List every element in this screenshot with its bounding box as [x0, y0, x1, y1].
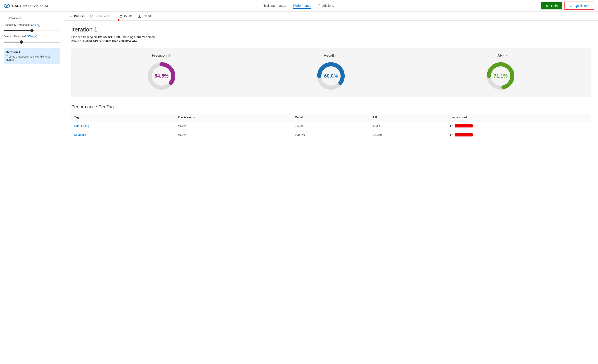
col-precision[interactable]: Precision ▲	[175, 113, 292, 121]
recall-info-icon[interactable]: i	[335, 54, 338, 57]
overlap-info-icon[interactable]: i	[34, 35, 37, 38]
probability-threshold-label: Probability Threshold: 50% i	[4, 23, 60, 27]
keyboard-image-count: 17	[447, 130, 591, 139]
col-image-count[interactable]: Image count	[447, 113, 591, 121]
svg-rect-4	[4, 17, 7, 17]
svg-rect-5	[4, 18, 7, 18]
light-fitting-bar-cell: 17	[450, 124, 588, 128]
recall-label: Recall i	[324, 54, 338, 57]
map-info-icon[interactable]: i	[504, 54, 507, 57]
probability-info-icon[interactable]: i	[37, 24, 40, 27]
toolbar-delete[interactable]: Delete	[119, 14, 133, 18]
gear-icon	[545, 4, 549, 8]
keyboard-precision: 50.0%	[175, 130, 292, 139]
iteration-card-subtitle: Trained : moments ago with General domai…	[6, 55, 58, 61]
sidebar: Iterations Probability Threshold: 50% i …	[0, 12, 64, 364]
light-fitting-precision: 66.7%	[175, 121, 292, 130]
probability-threshold-value: 50%	[30, 23, 36, 26]
tag-keyboard[interactable]: Keyboard	[71, 130, 175, 139]
map-metric: mAP i 71.1%	[485, 54, 516, 92]
svg-rect-10	[120, 16, 122, 17]
map-label: mAP i	[495, 54, 507, 57]
table-header-row: Tag Precision ▲ Recall A.P. Image count	[71, 113, 591, 121]
iteration-meta-training: Finished training on 12/06/2021, 19:03:1…	[71, 35, 591, 39]
keyboard-ap: 100.0%	[370, 130, 447, 139]
col-recall[interactable]: Recall	[292, 113, 370, 121]
nav-predictions[interactable]: Predictions	[318, 3, 334, 9]
light-fitting-ap: 42.3%	[370, 121, 447, 130]
app-logo: CAS Percept Vision AI	[4, 3, 48, 9]
checkmark-icon	[570, 4, 573, 8]
nav-performance[interactable]: Performance	[293, 3, 311, 9]
precision-info-icon[interactable]: i	[168, 54, 171, 57]
nav-training-images[interactable]: Training Images	[264, 3, 286, 9]
logo-icon	[4, 3, 10, 9]
app-title: CAS Percept Vision AI	[12, 4, 48, 8]
probability-threshold-slider[interactable]	[4, 30, 60, 31]
probability-threshold-control: Probability Threshold: 50% i	[4, 23, 60, 32]
precision-metric: Precision i 54.5%	[146, 54, 177, 92]
sort-arrow-icon: ▲	[193, 116, 196, 119]
iterations-section: Iterations	[4, 16, 60, 20]
toolbar: Publish Prediction URL Delete	[64, 12, 598, 21]
svg-rect-6	[4, 19, 7, 19]
performance-table: Tag Precision ▲ Recall A.P. Image count …	[71, 113, 591, 139]
keyboard-recall: 100.0%	[292, 130, 370, 139]
iteration-id-line: Iteration id: d87d8519-3e97-4bdf-8acb-ed…	[71, 40, 591, 43]
main-nav: Training Images Performance Predictions	[57, 3, 541, 9]
svg-point-2	[6, 5, 7, 6]
col-ap[interactable]: A.P.	[370, 113, 447, 121]
header: CAS Percept Vision AI Training Images Pe…	[0, 0, 598, 12]
recall-metric: Recall i 60.0%	[315, 54, 347, 92]
precision-label: Precision i	[152, 54, 171, 57]
content-area: Iteration 1 Finished training on 12/06/2…	[64, 21, 598, 145]
iterations-icon	[4, 16, 7, 20]
toolbar-prediction-url[interactable]: Prediction URL	[90, 14, 114, 18]
overlap-threshold-control: Overlap Threshold: 30% i	[4, 35, 60, 43]
iteration-card[interactable]: Iteration 1 Trained : moments ago with G…	[4, 48, 60, 64]
svg-point-3	[547, 5, 548, 7]
notification-dot	[118, 19, 119, 21]
performance-per-tag-title: Performance Per Tag	[71, 104, 591, 110]
light-fitting-bar	[455, 124, 473, 128]
globe-icon	[90, 15, 93, 18]
main-content: Publish Prediction URL Delete	[64, 12, 598, 364]
layout: Iterations Probability Threshold: 50% i …	[0, 12, 598, 364]
precision-value: 54.5%	[155, 73, 168, 79]
overlap-threshold-slider[interactable]	[4, 42, 60, 42]
light-fitting-recall: 33.3%	[292, 121, 370, 130]
quick-test-button[interactable]: Quick Test	[565, 1, 594, 10]
recall-donut: 60.0%	[315, 60, 347, 92]
iteration-title: Iteration 1	[71, 26, 591, 33]
precision-donut: 54.5%	[146, 60, 177, 92]
train-button[interactable]: Train	[541, 2, 562, 9]
keyboard-bar	[455, 133, 473, 137]
quick-test-button-label: Quick Test	[575, 4, 589, 8]
light-fitting-image-count: 17	[447, 121, 591, 130]
iterations-label: Iterations	[9, 16, 21, 20]
header-actions: Train Quick Test	[541, 1, 595, 10]
tag-light-fitting[interactable]: Light Fitting	[71, 121, 175, 130]
delete-icon	[119, 15, 123, 18]
iteration-card-title: Iteration 1	[6, 50, 58, 54]
col-tag[interactable]: Tag	[71, 113, 175, 121]
map-donut: 71.1%	[485, 60, 516, 92]
table-row: Light Fitting 66.7% 33.3% 42.3% 17	[71, 121, 591, 130]
toolbar-publish[interactable]: Publish	[69, 14, 85, 18]
toolbar-export[interactable]: Export	[138, 14, 151, 18]
map-value: 71.1%	[494, 73, 507, 79]
recall-value: 60.0%	[324, 73, 338, 79]
overlap-threshold-value: 30%	[27, 35, 33, 38]
table-row: Keyboard 50.0% 100.0% 100.0% 17	[71, 130, 591, 139]
export-icon	[138, 15, 141, 18]
keyboard-bar-cell: 17	[450, 133, 588, 137]
overlap-threshold-label: Overlap Threshold: 30% i	[4, 35, 60, 38]
train-button-label: Train	[551, 4, 558, 8]
metrics-card: Precision i 54.5% Recall	[71, 48, 591, 97]
publish-check-icon	[69, 15, 73, 18]
